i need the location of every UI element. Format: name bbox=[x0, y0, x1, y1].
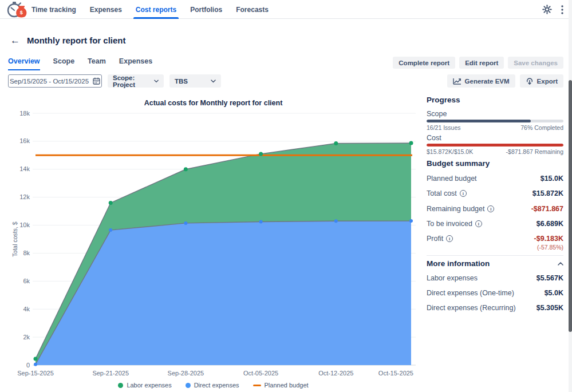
svg-text:12k: 12k bbox=[19, 193, 30, 200]
svg-text:Oct-05-2025: Oct-05-2025 bbox=[243, 370, 278, 377]
scope-select[interactable]: Scope: Project bbox=[108, 74, 164, 88]
cost-progress-label: Cost bbox=[427, 134, 441, 142]
more-info-row-direct-recurring: Direct expenses (Recurring) $5.305K bbox=[427, 304, 563, 312]
nav-item-cost-reports[interactable]: Cost reports bbox=[136, 0, 176, 19]
scope-progress-label: Scope bbox=[427, 110, 447, 118]
info-icon[interactable]: i bbox=[475, 220, 482, 227]
export-label: Export bbox=[537, 78, 558, 85]
budget-row-label: Total cost bbox=[427, 189, 457, 197]
page-title: Monthly report for client bbox=[27, 35, 126, 45]
primary-nav: Time tracking Expenses Cost reports Port… bbox=[31, 0, 269, 19]
app-logo-icon[interactable]: $ bbox=[6, 1, 27, 18]
svg-text:0: 0 bbox=[26, 362, 30, 369]
panel-divider bbox=[427, 255, 563, 256]
chevron-down-icon bbox=[154, 80, 159, 83]
cost-progress-bar bbox=[427, 144, 563, 146]
kebab-menu-icon[interactable] bbox=[561, 5, 563, 14]
back-arrow-icon[interactable]: ← bbox=[10, 35, 20, 46]
direct-legend-dot-icon bbox=[186, 383, 191, 388]
more-info-label: Direct expenses (One-time) bbox=[427, 289, 514, 297]
budget-row-planned: Planned budget $15.0K bbox=[427, 175, 563, 183]
svg-text:Oct-15-2025: Oct-15-2025 bbox=[378, 370, 413, 377]
budget-summary-heading: Budget summary bbox=[427, 159, 490, 168]
tab-team[interactable]: Team bbox=[88, 57, 106, 70]
budget-row-value: $6.689K bbox=[537, 220, 563, 228]
chevron-up-icon[interactable] bbox=[558, 262, 563, 266]
nav-item-portfolios[interactable]: Portfolios bbox=[190, 0, 222, 19]
calendar-icon bbox=[93, 77, 100, 85]
svg-text:8k: 8k bbox=[23, 250, 30, 256]
svg-text:Oct-12-2025: Oct-12-2025 bbox=[318, 370, 353, 377]
planned-legend-line-icon bbox=[253, 385, 261, 386]
scope-progress-bar bbox=[427, 120, 563, 122]
legend-label: Direct expenses bbox=[194, 382, 239, 389]
svg-text:18k: 18k bbox=[19, 110, 30, 117]
legend-item-labor-expenses[interactable]: Labor expenses bbox=[118, 382, 171, 389]
nav-item-expenses[interactable]: Expenses bbox=[90, 0, 122, 19]
info-icon[interactable]: i bbox=[487, 205, 494, 212]
scrollbar-thumb[interactable] bbox=[569, 80, 572, 332]
scope-select-value: Scope: Project bbox=[113, 74, 154, 88]
more-information-header[interactable]: More information bbox=[427, 259, 563, 268]
tab-expenses[interactable]: Expenses bbox=[119, 57, 152, 70]
edit-report-button[interactable]: Edit report bbox=[459, 57, 504, 69]
gear-icon[interactable] bbox=[542, 5, 552, 14]
scope-completed-pct: 76% Completed bbox=[520, 124, 563, 131]
cost-chart-canvas: 02k4k6k8k10k12k14k16k18kTotal costs, $Se… bbox=[0, 92, 427, 392]
tab-scope[interactable]: Scope bbox=[53, 57, 75, 70]
budget-row-value: -$9.183K bbox=[534, 235, 563, 243]
cost-progress-caption: $15.872K/$15.0K -$871.867 Remaining bbox=[427, 148, 563, 155]
scope-progress-caption: 16/21 Issues 76% Completed bbox=[427, 124, 563, 131]
legend-label: Planned budget bbox=[265, 382, 309, 389]
svg-text:Sep-21-2025: Sep-21-2025 bbox=[92, 370, 129, 377]
download-icon bbox=[526, 77, 534, 85]
chart-legend: Labor expenses Direct expenses Planned b… bbox=[0, 382, 427, 389]
svg-text:Sep-28-2025: Sep-28-2025 bbox=[168, 370, 204, 377]
more-info-row-labor: Labor expenses $5.567K bbox=[427, 274, 563, 282]
date-range-value: Sep/15/2025 - Oct/15/2025 bbox=[10, 78, 89, 85]
budget-row-label: Remaining budget bbox=[427, 205, 484, 213]
svg-text:14k: 14k bbox=[19, 165, 30, 172]
scrollbar[interactable] bbox=[569, 0, 572, 392]
chevron-down-icon bbox=[211, 80, 216, 83]
complete-report-button[interactable]: Complete report bbox=[393, 57, 455, 69]
legend-item-planned-budget[interactable]: Planned budget bbox=[253, 382, 309, 389]
labor-legend-dot-icon bbox=[118, 383, 123, 388]
tab-overview[interactable]: Overview bbox=[8, 57, 40, 70]
budget-row-label: To be invoiced bbox=[427, 220, 472, 228]
svg-text:Total costs, $: Total costs, $ bbox=[11, 221, 18, 256]
line-chart-icon bbox=[453, 78, 461, 85]
report-tabs: Overview Scope Team Expenses bbox=[8, 57, 152, 70]
save-changes-button[interactable]: Save changes bbox=[508, 57, 563, 69]
progress-heading: Progress bbox=[427, 96, 460, 104]
budget-row-value: -$871.867 bbox=[531, 205, 563, 213]
more-info-label: Labor expenses bbox=[427, 274, 478, 282]
more-information-heading: More information bbox=[427, 259, 490, 268]
info-icon[interactable]: i bbox=[446, 235, 453, 242]
more-info-label: Direct expenses (Recurring) bbox=[427, 304, 516, 312]
cost-remaining: -$871.867 Remaining bbox=[506, 148, 563, 155]
chart-title: Actual costs for Monthly report for clie… bbox=[0, 99, 427, 107]
nav-item-forecasts[interactable]: Forecasts bbox=[236, 0, 269, 19]
budget-row-to-be-invoiced: To be invoicedi $6.689K bbox=[427, 220, 563, 228]
nav-item-time-tracking[interactable]: Time tracking bbox=[31, 0, 76, 19]
svg-text:16k: 16k bbox=[19, 137, 30, 144]
date-range-input[interactable]: Sep/15/2025 - Oct/15/2025 bbox=[8, 74, 102, 88]
budget-row-profit: Profiti -$9.183K bbox=[427, 235, 563, 243]
info-icon[interactable]: i bbox=[460, 190, 467, 197]
svg-text:6k: 6k bbox=[23, 278, 30, 284]
budget-row-value: $15.872K bbox=[532, 189, 563, 197]
budget-row-remaining: Remaining budgeti -$871.867 bbox=[427, 205, 563, 213]
svg-text:2k: 2k bbox=[23, 334, 30, 340]
report-select[interactable]: TBS bbox=[169, 74, 221, 88]
more-info-row-direct-onetime: Direct expenses (One-time) $5.0K bbox=[427, 289, 563, 297]
generate-evm-button[interactable]: Generate EVM bbox=[447, 74, 515, 88]
export-button[interactable]: Export bbox=[520, 74, 563, 88]
report-select-value: TBS bbox=[175, 78, 188, 85]
budget-row-total-cost: Total costi $15.872K bbox=[427, 189, 563, 197]
cost-chart: Actual costs for Monthly report for clie… bbox=[0, 92, 427, 392]
legend-item-direct-expenses[interactable]: Direct expenses bbox=[186, 382, 239, 389]
svg-text:$: $ bbox=[20, 10, 23, 15]
more-info-value: $5.0K bbox=[545, 289, 563, 297]
more-info-value: $5.567K bbox=[537, 274, 563, 282]
